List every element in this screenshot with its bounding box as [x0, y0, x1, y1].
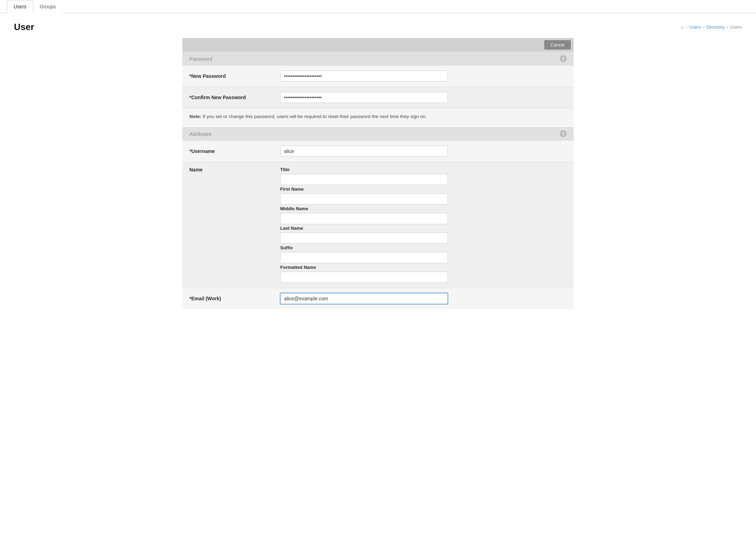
password-section-header: Password ? [182, 52, 574, 66]
breadcrumb-users-link[interactable]: Users [689, 24, 701, 30]
confirm-password-label: *Confirm New Password [189, 92, 280, 100]
home-icon[interactable]: ⌂ [681, 24, 684, 30]
attributes-section-header: Attributes ? [182, 127, 574, 141]
title-input[interactable] [280, 174, 448, 185]
password-form-body: *New Password *Confirm New Password Note… [182, 66, 574, 125]
tabs-bar: Users Groups [0, 0, 756, 13]
attributes-section-title: Attributes [189, 131, 211, 137]
password-note-text: Note: If you set or change this password… [189, 113, 567, 120]
action-bar: Cancel [182, 38, 574, 52]
cancel-button[interactable]: Cancel [544, 40, 571, 50]
middle-name-input[interactable] [280, 213, 448, 224]
suffix-label: Suffix [280, 245, 567, 250]
breadcrumb-sep-3: / [727, 24, 728, 30]
title-subfield: Title [280, 167, 567, 185]
attributes-form-body: *Username Name Title First Name [182, 141, 574, 309]
first-name-input[interactable] [280, 193, 448, 205]
title-label: Title [280, 167, 567, 172]
password-section: Password ? *New Password *Confirm New Pa… [182, 52, 574, 125]
page-title: User [14, 22, 34, 32]
middle-name-label: Middle Name [280, 206, 567, 211]
email-input[interactable] [280, 293, 448, 304]
tab-groups[interactable]: Groups [33, 0, 63, 13]
name-row: Name Title First Name Middle Name [182, 162, 574, 288]
name-label: Name [189, 167, 280, 172]
formatted-name-label: Formatted Name [280, 265, 567, 270]
breadcrumb-directory-link[interactable]: Directory [706, 24, 725, 30]
password-help-icon[interactable]: ? [560, 55, 567, 62]
suffix-input[interactable] [280, 252, 448, 263]
formatted-name-input[interactable] [280, 272, 448, 283]
suffix-subfield: Suffix [280, 245, 567, 263]
new-password-row: *New Password [182, 66, 574, 87]
confirm-password-input[interactable] [280, 92, 448, 103]
attributes-help-icon[interactable]: ? [560, 130, 567, 137]
username-input[interactable] [280, 146, 448, 157]
page-header: User ⌂ / Users / Directory / Users [0, 13, 756, 38]
email-input-area [280, 293, 567, 304]
confirm-password-row: *Confirm New Password [182, 87, 574, 108]
email-row: *Email (Work) [182, 288, 574, 309]
username-input-area [280, 146, 567, 157]
breadcrumb-sep-1: / [686, 24, 687, 30]
confirm-password-input-area [280, 92, 567, 103]
attributes-section: Attributes ? *Username Name Ti [182, 127, 574, 309]
username-row: *Username [182, 141, 574, 162]
last-name-label: Last Name [280, 226, 567, 231]
breadcrumb-sep-2: / [703, 24, 705, 30]
new-password-label: *New Password [189, 71, 280, 79]
new-password-input[interactable] [280, 71, 448, 82]
formatted-name-subfield: Formatted Name [280, 265, 567, 283]
password-section-title: Password [189, 56, 212, 62]
name-subfields: Title First Name Middle Name Last Name [280, 167, 567, 283]
content-area: Cancel Password ? *New Password *Confirm… [168, 38, 588, 323]
email-label: *Email (Work) [189, 293, 280, 301]
username-label: *Username [189, 146, 280, 154]
middle-name-subfield: Middle Name [280, 206, 567, 224]
breadcrumb: ⌂ / Users / Directory / Users [681, 24, 742, 30]
breadcrumb-current: Users [730, 24, 742, 30]
tab-users[interactable]: Users [7, 0, 33, 13]
first-name-subfield: First Name [280, 186, 567, 205]
first-name-label: First Name [280, 186, 567, 192]
last-name-subfield: Last Name [280, 226, 567, 244]
new-password-input-area [280, 71, 567, 82]
password-note-row: Note: If you set or change this password… [182, 108, 574, 125]
last-name-input[interactable] [280, 233, 448, 244]
